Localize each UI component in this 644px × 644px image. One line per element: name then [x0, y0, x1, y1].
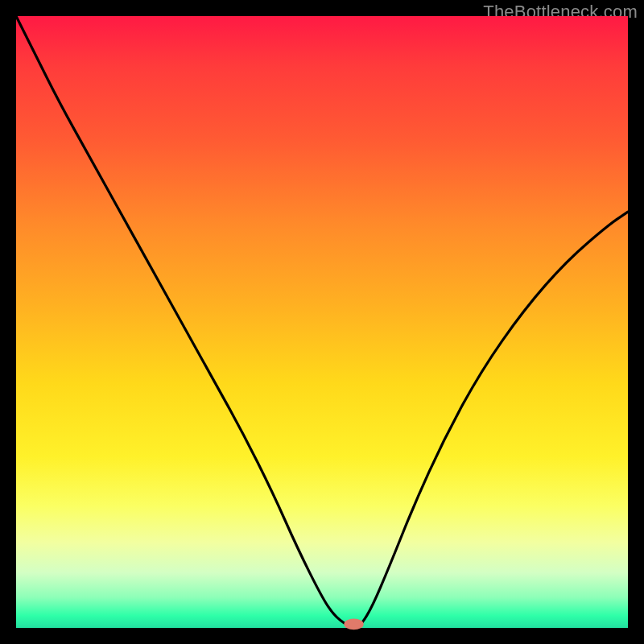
bottleneck-curve-line	[16, 16, 628, 628]
minimum-marker	[344, 619, 363, 630]
plot-area	[16, 16, 628, 628]
chart-frame: TheBottleneck.com	[0, 0, 644, 644]
chart-svg	[16, 16, 628, 628]
